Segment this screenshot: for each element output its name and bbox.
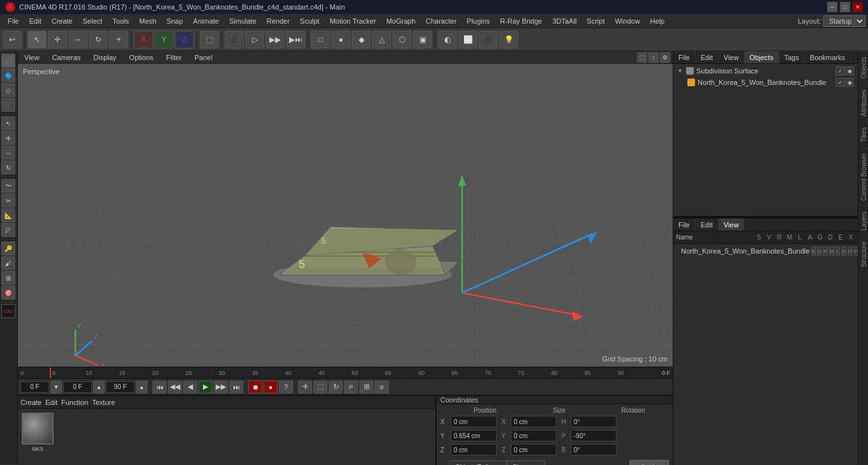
next-frame-button[interactable]: ▶▶: [214, 381, 228, 393]
side-tab-content-browser[interactable]: Content Browser: [858, 148, 868, 206]
bevel-button[interactable]: ◸: [1, 223, 15, 237]
coord-mode-select[interactable]: Object (Rel): [449, 461, 507, 465]
attr-prop-v[interactable]: V: [817, 247, 821, 255]
point-mode-button[interactable]: ·: [1, 98, 15, 112]
rotate-tool-button[interactable]: ↻: [89, 31, 108, 49]
display-wire-button[interactable]: ⬛: [479, 31, 498, 49]
viewport-view-menu[interactable]: View: [20, 53, 43, 62]
side-tab-objects[interactable]: Objects: [858, 51, 868, 84]
shape-plane-button[interactable]: ▣: [413, 31, 432, 49]
record-auto-button[interactable]: ●: [264, 381, 278, 393]
attrs-view-tab[interactable]: View: [719, 218, 745, 231]
obj-bundle-visible-icon[interactable]: ✓: [835, 78, 844, 87]
size-y-input[interactable]: [511, 430, 557, 441]
attr-prop-s[interactable]: S: [811, 247, 816, 255]
viewport-display-menu[interactable]: Display: [89, 53, 120, 62]
record-button[interactable]: ⏺: [248, 381, 262, 393]
objects-edit-tab[interactable]: Edit: [696, 51, 719, 63]
scale-tool-button[interactable]: ↔: [68, 31, 87, 49]
shape-cone-button[interactable]: △: [372, 31, 391, 49]
frame-step-up[interactable]: ▲: [93, 381, 105, 393]
material-texture-btn[interactable]: Texture: [92, 399, 115, 406]
menu-vray[interactable]: R-Ray Bridge: [495, 16, 547, 26]
attrs-edit-tab[interactable]: Edit: [696, 218, 719, 231]
menu-character[interactable]: Character: [421, 16, 461, 26]
frame-end-input[interactable]: 90 F: [106, 381, 135, 393]
motion-path-button[interactable]: ✛: [298, 381, 312, 393]
banknote-object[interactable]: 5 5: [267, 192, 458, 294]
menu-simulate[interactable]: Simulate: [224, 16, 262, 26]
pos-y-input[interactable]: [451, 430, 497, 441]
menu-motion-tracker[interactable]: Motion Tracker: [324, 16, 381, 26]
viewport[interactable]: .grid-line { stroke: rgba(100,120,140,0.…: [18, 64, 673, 367]
layers-button[interactable]: ⊞: [1, 271, 15, 285]
key-all-button[interactable]: ⊞: [359, 381, 373, 393]
size-z-input[interactable]: [511, 444, 557, 455]
auto-keyframe-button[interactable]: ↻: [329, 381, 343, 393]
viewport-sync-button[interactable]: ↕: [648, 52, 659, 63]
shape-cylinder-button[interactable]: ◆: [352, 31, 371, 49]
magnet-button[interactable]: 🔑: [1, 241, 15, 255]
menu-script[interactable]: Script: [581, 16, 610, 26]
side-tab-layers[interactable]: Layers: [858, 206, 868, 236]
viewport-options-menu[interactable]: Options: [125, 53, 157, 62]
camera-view-button[interactable]: ◐: [438, 31, 457, 49]
move-button[interactable]: ✛: [1, 131, 15, 145]
frame-current-input[interactable]: 0 F: [63, 381, 92, 393]
minimize-button[interactable]: ─: [827, 2, 837, 12]
model-mode-button[interactable]: ⬚: [1, 54, 15, 68]
light-button[interactable]: 💡: [499, 31, 518, 49]
apply-button[interactable]: Apply: [629, 460, 669, 465]
snap-button[interactable]: 🎯: [1, 286, 15, 300]
menu-animate[interactable]: Animate: [188, 16, 224, 26]
goto-end-button[interactable]: ⏭: [229, 381, 243, 393]
record-help-button[interactable]: ?: [279, 381, 293, 393]
create-tool-button[interactable]: +: [109, 31, 128, 49]
viewport-cameras-menu[interactable]: Cameras: [49, 53, 85, 62]
goto-start-button[interactable]: ⏮: [153, 381, 167, 393]
render-settings-button[interactable]: ▶⏭: [286, 31, 305, 49]
pla-button[interactable]: P: [344, 381, 358, 393]
prev-frame-button[interactable]: ◀: [183, 381, 197, 393]
objects-objects-tab[interactable]: Objects: [744, 51, 779, 63]
spline-button[interactable]: 〜: [1, 179, 15, 193]
timeline-button[interactable]: ≡: [375, 381, 389, 393]
menu-mograph[interactable]: MoGraph: [381, 16, 421, 26]
viewport-filter-menu[interactable]: Filter: [162, 53, 185, 62]
objects-view-tab[interactable]: View: [719, 51, 745, 63]
menu-file[interactable]: File: [3, 16, 24, 26]
prev-key-button[interactable]: ◀◀: [168, 381, 182, 393]
shape-cube-button[interactable]: □: [311, 31, 330, 49]
z-axis-button[interactable]: Z: [175, 31, 194, 49]
menu-select[interactable]: Select: [78, 16, 108, 26]
rot-h-input[interactable]: [571, 416, 617, 427]
menu-mesh[interactable]: Mesh: [134, 16, 161, 26]
attr-prop-m[interactable]: M: [829, 247, 835, 255]
attr-prop-r[interactable]: R: [823, 247, 828, 255]
attr-prop-g[interactable]: G: [848, 247, 853, 255]
obj-item-subdivision[interactable]: ▼ Subdivision Surface ✓ ◉: [675, 65, 857, 77]
side-tab-tikes[interactable]: Tikes: [858, 121, 868, 148]
material-function-btn[interactable]: Function: [61, 399, 88, 406]
material-create-btn[interactable]: Create: [20, 399, 41, 406]
menu-help[interactable]: Help: [645, 16, 670, 26]
edge-mode-button[interactable]: ◇: [1, 83, 15, 97]
menu-3dtoall[interactable]: 3DTaAll: [547, 16, 581, 26]
menu-render[interactable]: Render: [262, 16, 295, 26]
viewport-panel-menu[interactable]: Panel: [191, 53, 216, 62]
attr-item-bundle[interactable]: North_Korea_5_Won_Banknotes_Bundle S V R…: [675, 245, 857, 257]
attr-prop-l[interactable]: L: [836, 247, 840, 255]
objects-file-tab[interactable]: File: [673, 51, 696, 63]
display-shaded-button[interactable]: ⬜: [458, 31, 477, 49]
play-button[interactable]: ▶: [198, 381, 213, 393]
select-tool-button[interactable]: ↖: [27, 31, 47, 49]
obj-item-bundle[interactable]: North_Korea_5_Won_Banknotes_Bundle ✓ ◉: [675, 77, 857, 88]
pos-z-input[interactable]: [451, 444, 497, 455]
menu-sculpt[interactable]: Sculpt: [295, 16, 325, 26]
fps-step-up[interactable]: ▲: [136, 381, 147, 393]
world-space-button[interactable]: ⬚: [200, 31, 219, 49]
rot-p-input[interactable]: [571, 430, 617, 441]
menu-plugins[interactable]: Plugins: [461, 16, 495, 26]
rotate-button[interactable]: ↻: [1, 160, 15, 174]
obj-bundle-render-icon[interactable]: ◉: [845, 78, 854, 87]
